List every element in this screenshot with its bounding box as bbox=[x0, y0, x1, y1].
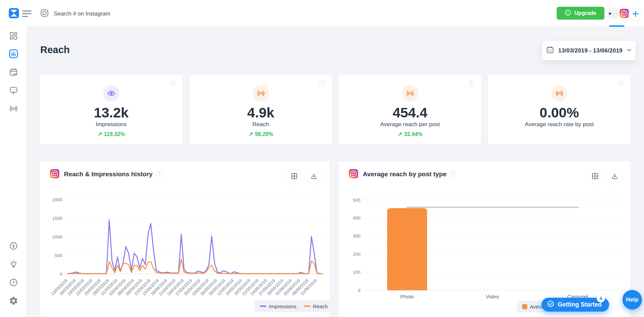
gear-icon bbox=[9, 296, 18, 307]
stat-value: 13.2k bbox=[40, 105, 182, 121]
svg-text:0: 0 bbox=[60, 272, 62, 277]
broadcast-icon bbox=[9, 104, 18, 115]
stat-change: ↗32.44% bbox=[339, 131, 481, 138]
stat-change: ↗119.32% bbox=[40, 131, 182, 138]
stat-label: Average reach per post bbox=[339, 121, 481, 128]
chat-bubble-icon bbox=[9, 86, 18, 96]
sidebar-item-help[interactable]: ? bbox=[8, 278, 19, 289]
stat-change: ↗98.20% bbox=[190, 131, 332, 138]
getting-started-label: Getting Started bbox=[558, 301, 602, 308]
average-reach-panel: Average reach by post type ? bbox=[339, 161, 630, 317]
calendar-icon bbox=[546, 46, 554, 55]
broadcast-icon bbox=[402, 85, 418, 101]
help-circle-icon[interactable]: ? bbox=[156, 171, 162, 178]
stat-value: 454.4 bbox=[339, 105, 481, 121]
plus-icon bbox=[632, 10, 639, 19]
sidebar-item-planner[interactable] bbox=[8, 67, 19, 78]
trend-up-icon: ↗ bbox=[248, 131, 253, 137]
svg-text:200: 200 bbox=[353, 252, 360, 257]
legend-item-impressions[interactable]: Impressions bbox=[260, 303, 296, 309]
chart-legend: Impressions Reach bbox=[254, 300, 330, 312]
info-circle-icon bbox=[565, 9, 571, 17]
iconosquare-logo-icon[interactable] bbox=[9, 8, 19, 18]
reach-impressions-panel: Reach & Impressions history ? bbox=[40, 161, 330, 317]
header-search bbox=[40, 7, 165, 20]
instagram-account-avatar[interactable] bbox=[620, 9, 629, 18]
panel-header: Average reach by post type ? bbox=[339, 161, 630, 187]
planner-icon bbox=[9, 67, 18, 78]
getting-started-badge[interactable]: 4 bbox=[597, 294, 605, 302]
download-icon bbox=[611, 173, 618, 181]
sidebar-item-settings[interactable] bbox=[8, 296, 19, 307]
date-range-picker[interactable]: 13/03/2019 - 13/06/2019 bbox=[542, 41, 636, 60]
svg-text:?: ? bbox=[12, 280, 15, 285]
overflow-accounts-glyph: ▶ · · bbox=[609, 12, 618, 15]
stat-label: Impressions bbox=[40, 121, 182, 128]
sidebar-item-conversations[interactable] bbox=[8, 86, 19, 96]
sidebar-item-ideas[interactable] bbox=[8, 259, 19, 270]
panel-title: Average reach by post type bbox=[363, 171, 446, 178]
add-account-button[interactable] bbox=[628, 7, 642, 21]
chevron-down-icon bbox=[626, 47, 632, 54]
panel-title: Reach & Impressions history bbox=[64, 171, 153, 178]
dollar-circle-icon: $ bbox=[9, 241, 18, 252]
trend-up-icon: ↗ bbox=[97, 131, 102, 137]
panel-header: Reach & Impressions history ? bbox=[40, 161, 330, 187]
sidebar-item-analytics[interactable] bbox=[8, 49, 19, 60]
stat-label: Reach bbox=[190, 121, 332, 128]
svg-text:400: 400 bbox=[353, 216, 360, 221]
svg-text:$: $ bbox=[13, 244, 15, 249]
analytics-icon bbox=[8, 49, 19, 60]
trend-up-icon: ↗ bbox=[398, 131, 402, 137]
svg-text:2000: 2000 bbox=[52, 197, 62, 202]
help-circle-icon[interactable]: ? bbox=[169, 81, 176, 87]
help-circle-icon[interactable]: ? bbox=[450, 171, 456, 178]
svg-text:500: 500 bbox=[353, 198, 360, 203]
stat-card-average-reach-per-post: ? 454.4 Average reach per post ↗32.44% bbox=[339, 75, 481, 144]
date-range-value: 13/03/2019 - 13/06/2019 bbox=[558, 47, 623, 54]
hamburger-menu-icon[interactable] bbox=[22, 9, 32, 18]
account-switcher-overflow[interactable]: ▶ · · bbox=[607, 7, 620, 20]
instagram-icon bbox=[50, 169, 59, 180]
download-button[interactable] bbox=[607, 169, 622, 184]
svg-text:300: 300 bbox=[353, 233, 360, 239]
help-button[interactable]: Help bbox=[622, 290, 642, 310]
sidebar-item-listening[interactable] bbox=[8, 104, 19, 115]
upgrade-button[interactable]: Upgrade bbox=[557, 7, 604, 20]
stat-label: Average reach rate by post bbox=[488, 121, 630, 128]
grid-icon bbox=[592, 173, 599, 181]
stat-card-reach: ? 4.9k Reach ↗98.20% bbox=[190, 75, 332, 144]
svg-text:Photo: Photo bbox=[400, 294, 414, 299]
active-account-indicator bbox=[609, 25, 624, 27]
legend-item-reach[interactable]: Reach bbox=[304, 303, 328, 309]
download-icon bbox=[310, 173, 317, 181]
instagram-search-icon bbox=[40, 8, 49, 19]
help-label: Help bbox=[626, 296, 639, 303]
table-view-button[interactable] bbox=[587, 169, 603, 184]
lightbulb-icon bbox=[9, 259, 18, 270]
search-input[interactable] bbox=[54, 10, 165, 17]
sidebar-item-dashboard[interactable] bbox=[8, 31, 19, 42]
upgrade-label: Upgrade bbox=[574, 10, 596, 16]
broadcast-icon bbox=[551, 85, 568, 101]
table-view-button[interactable] bbox=[287, 169, 302, 184]
svg-text:500: 500 bbox=[54, 253, 62, 258]
page-title: Reach bbox=[40, 44, 70, 55]
help-circle-icon[interactable]: ? bbox=[319, 81, 325, 87]
svg-text:Video: Video bbox=[486, 294, 499, 299]
help-circle-icon[interactable]: ? bbox=[468, 81, 474, 87]
instagram-icon bbox=[349, 169, 358, 180]
broadcast-icon bbox=[253, 85, 269, 101]
svg-text:1500: 1500 bbox=[52, 216, 62, 221]
dashboard-icon bbox=[9, 31, 18, 42]
check-circle-icon bbox=[547, 300, 554, 309]
stat-card-average-reach-rate: ? 0.00% Average reach rate by post bbox=[488, 75, 630, 144]
grid-icon bbox=[291, 173, 298, 181]
download-button[interactable] bbox=[306, 169, 321, 184]
sidebar-item-billing[interactable]: $ bbox=[8, 241, 19, 252]
eye-icon bbox=[103, 85, 119, 101]
reach-swatch bbox=[304, 305, 310, 307]
help-circle-icon[interactable]: ? bbox=[617, 81, 624, 87]
impressions-swatch bbox=[260, 305, 266, 307]
svg-text:1000: 1000 bbox=[52, 234, 62, 240]
